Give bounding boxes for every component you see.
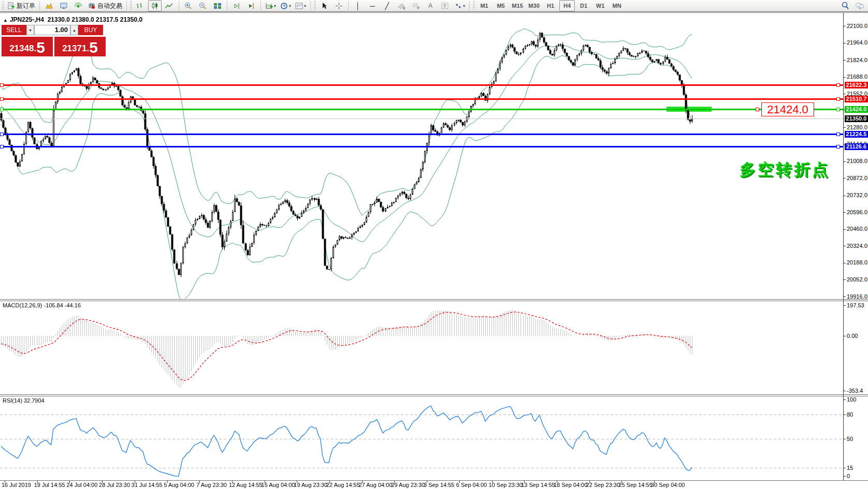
callout-anchor-marker[interactable] bbox=[756, 108, 759, 111]
trendline-tool-button[interactable]: ╱ bbox=[380, 0, 394, 11]
date-tick-label: 25 Sep 14:55 bbox=[618, 482, 652, 488]
timeframe-button-m30[interactable]: M30 bbox=[526, 0, 542, 11]
date-tick-label: 16 Jul 2019 bbox=[2, 482, 31, 488]
line-handle-left[interactable] bbox=[0, 132, 4, 136]
text-tool-button[interactable]: A bbox=[424, 0, 437, 11]
line-handle-right[interactable] bbox=[836, 132, 840, 136]
buy-price-panel[interactable]: 21371.5 bbox=[54, 37, 106, 56]
cursor-tool-button[interactable] bbox=[317, 0, 331, 11]
timeframe-button-mn[interactable]: MN bbox=[609, 0, 625, 11]
search-button[interactable] bbox=[838, 0, 852, 11]
strategy-tester-button[interactable] bbox=[71, 0, 85, 11]
cursor-icon bbox=[321, 2, 328, 10]
fibonacci-tool-button[interactable]: F bbox=[409, 0, 423, 11]
horizontal-level-line[interactable] bbox=[0, 146, 843, 147]
timeframe-button-d1[interactable]: D1 bbox=[576, 0, 591, 11]
buy-button[interactable]: BUY bbox=[78, 25, 103, 35]
horizontal-level-line[interactable] bbox=[0, 134, 843, 135]
channel-tool-button[interactable]: E bbox=[395, 0, 408, 11]
search-icon bbox=[841, 2, 849, 10]
horizontal-level-line[interactable] bbox=[0, 84, 843, 86]
price-level-badge: 21424.0 bbox=[845, 106, 868, 113]
new-order-icon bbox=[7, 2, 15, 10]
date-tick-label: 12 Aug 14:55 bbox=[229, 482, 263, 488]
label-tool-button[interactable]: T bbox=[438, 0, 452, 11]
rsi-indicator-label: RSI(14) 32.7904 bbox=[3, 397, 45, 404]
market-watch-button[interactable] bbox=[42, 0, 56, 11]
one-click-trading-widget: SELL ▼ 1.00 ▲ BUY 21348.5 21371.5 bbox=[2, 25, 106, 56]
auto-scroll-icon bbox=[247, 2, 255, 10]
tile-windows-button[interactable] bbox=[211, 0, 224, 11]
volume-increase-stepper[interactable]: ▲ bbox=[70, 25, 78, 35]
horizontal-level-line[interactable] bbox=[0, 98, 843, 100]
line-handle-right[interactable] bbox=[836, 145, 840, 149]
timeframe-button-h1[interactable]: H1 bbox=[543, 0, 558, 11]
volume-input[interactable]: 1.00 bbox=[34, 25, 70, 35]
timeframe-button-h4[interactable]: H4 bbox=[559, 0, 575, 11]
chinese-annotation[interactable]: 多空转折点 bbox=[740, 159, 830, 181]
sell-button[interactable]: SELL bbox=[2, 25, 26, 35]
timeframe-button-w1[interactable]: W1 bbox=[592, 0, 608, 11]
line-handle-right[interactable] bbox=[836, 108, 840, 111]
vertical-line-tool-button[interactable]: │ bbox=[351, 0, 365, 11]
arrows-tool-button[interactable]: ▾ bbox=[453, 0, 467, 11]
sell-price-pips: 5 bbox=[36, 40, 45, 55]
buy-price-main: 21371 bbox=[62, 42, 86, 55]
date-tick-label: 6 Sep 04:00 bbox=[456, 482, 487, 488]
horizontal-level-line[interactable] bbox=[0, 109, 843, 110]
toolbar-separator bbox=[126, 1, 127, 10]
date-tick-label: 28 Jul 23:30 bbox=[99, 482, 130, 488]
price-callout-label[interactable]: 21424.0 bbox=[761, 102, 814, 116]
arrows-icon bbox=[454, 2, 462, 10]
current-price-line[interactable] bbox=[0, 118, 843, 119]
trade-controls-row: SELL ▼ 1.00 ▲ BUY bbox=[2, 25, 106, 35]
toolbar-separator bbox=[227, 1, 227, 10]
sell-price-panel[interactable]: 21348.5 bbox=[2, 37, 53, 56]
date-tick-label: 19 Jul 14:55 bbox=[34, 482, 65, 488]
timeframe-button-m5[interactable]: M5 bbox=[493, 0, 509, 11]
chart-shift-button[interactable] bbox=[230, 0, 243, 11]
zoom-out-button[interactable] bbox=[196, 0, 210, 11]
date-tick-label: 3 Sep 14:55 bbox=[424, 482, 454, 488]
candlestick-icon bbox=[151, 2, 159, 10]
date-tick-label: 7 Aug 23:30 bbox=[196, 482, 227, 488]
chart-area[interactable]: ▲JPN225-,H4 21330.0 21380.0 21317.5 2135… bbox=[0, 12, 868, 489]
toolbar-grip bbox=[130, 1, 132, 10]
new-order-button[interactable]: 新订单 bbox=[6, 0, 37, 11]
line-handle-left[interactable] bbox=[0, 83, 4, 87]
crosshair-tool-button[interactable] bbox=[332, 0, 345, 11]
line-handle-left[interactable] bbox=[0, 108, 4, 111]
zoom-in-button[interactable] bbox=[182, 0, 195, 11]
timeframe-button-m15[interactable]: M15 bbox=[510, 0, 525, 11]
buy-price-pips: 5 bbox=[89, 40, 98, 55]
templates-button[interactable]: ▾ bbox=[294, 0, 308, 11]
date-tick-label: 22 Sep 23:30 bbox=[586, 482, 620, 488]
autotrading-button[interactable]: 自动交易 bbox=[86, 0, 124, 11]
chart-ohlc-values: 21330.0 21380.0 21317.5 21350.0 bbox=[48, 16, 143, 23]
date-tick-label: 10 Sep 23:30 bbox=[489, 482, 523, 488]
candlestick-mode-button[interactable] bbox=[148, 0, 162, 11]
bar-chart-mode-button[interactable] bbox=[134, 0, 147, 11]
chat-button[interactable] bbox=[853, 0, 866, 11]
line-chart-mode-button[interactable] bbox=[163, 0, 176, 11]
mt4-window: 新订单 自动交易 bbox=[0, 0, 868, 489]
periods-button[interactable]: ▾ bbox=[279, 0, 293, 11]
line-handle-right[interactable] bbox=[836, 83, 840, 87]
toolbar-separator bbox=[261, 1, 261, 10]
vertical-line-icon: │ bbox=[356, 3, 360, 9]
chevron-down-icon: ▾ bbox=[274, 4, 276, 8]
line-handle-left[interactable] bbox=[0, 97, 4, 101]
trade-prices-row: 21348.5 21371.5 bbox=[2, 37, 106, 56]
date-tick-label: 29 Aug 23:30 bbox=[391, 482, 425, 488]
volume-decrease-stepper[interactable]: ▼ bbox=[26, 25, 34, 35]
line-handle-right[interactable] bbox=[836, 97, 840, 101]
line-handle-left[interactable] bbox=[0, 145, 4, 149]
text-icon: A bbox=[428, 3, 432, 9]
market-watch-icon bbox=[45, 2, 53, 10]
data-window-button[interactable] bbox=[57, 0, 70, 11]
horizontal-line-tool-button[interactable]: ─ bbox=[366, 0, 379, 11]
auto-scroll-button[interactable] bbox=[244, 0, 258, 11]
timeframe-button-m1[interactable]: M1 bbox=[476, 0, 492, 11]
indicators-button[interactable]: ▾ bbox=[264, 0, 278, 11]
collapse-arrow-icon[interactable]: ▲ bbox=[3, 18, 8, 23]
